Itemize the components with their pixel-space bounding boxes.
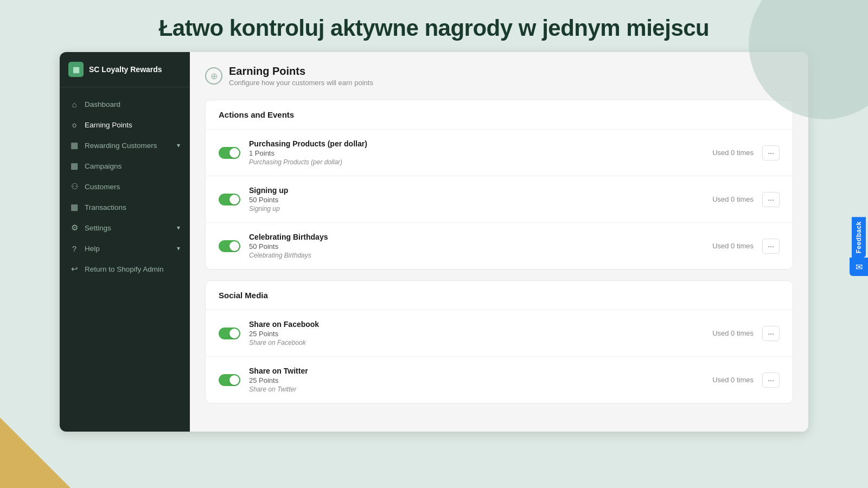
more-button-share-twitter[interactable]: ··· — [762, 373, 780, 388]
chevron-icon: ▾ — [177, 142, 180, 149]
sidebar-item-dashboard[interactable]: ⌂Dashboard — [60, 94, 190, 114]
sidebar-item-customers[interactable]: ⚇Customers — [60, 176, 190, 197]
used-count-share-facebook: Used 0 times — [712, 329, 754, 337]
used-count-purchasing-products: Used 0 times — [712, 149, 754, 157]
settings-icon: ⚙ — [69, 223, 79, 233]
sidebar-label-dashboard: Dashboard — [85, 100, 120, 108]
campaigns-icon: ▦ — [69, 161, 79, 171]
content-header: ⊕ Earning Points Configure how your cust… — [205, 65, 793, 87]
section-title-actions-events: Actions and Events — [206, 100, 793, 130]
sidebar-nav: ⌂Dashboard○Earning Points▦Rewarding Cust… — [60, 87, 190, 432]
dashboard-icon: ⌂ — [69, 99, 79, 109]
reward-name-share-facebook: Share on Facebook — [249, 320, 704, 329]
brand-name: SC Loyalty Rewards — [89, 65, 162, 74]
sidebar-item-help[interactable]: ?Help▾ — [60, 238, 190, 259]
sidebar-item-transactions[interactable]: ▦Transactions — [60, 197, 190, 217]
feedback-tab-wrapper: Feedback ✉ — [850, 217, 868, 276]
sidebar-label-help: Help — [85, 245, 100, 253]
sidebar: ▦ SC Loyalty Rewards ⌂Dashboard○Earning … — [60, 52, 190, 432]
reward-name-share-twitter: Share on Twitter — [249, 367, 704, 375]
more-button-share-facebook[interactable]: ··· — [762, 326, 780, 341]
toggle-purchasing-products[interactable] — [219, 147, 240, 159]
chevron-icon: ▾ — [177, 224, 180, 232]
feedback-button[interactable]: Feedback — [852, 217, 866, 258]
used-count-celebrating-birthdays: Used 0 times — [712, 242, 754, 250]
transactions-icon: ▦ — [69, 202, 79, 212]
reward-row-celebrating-birthdays: Celebrating Birthdays50 PointsCelebratin… — [206, 223, 793, 269]
help-icon: ? — [69, 243, 79, 253]
customers-icon: ⚇ — [69, 182, 79, 191]
used-count-share-twitter: Used 0 times — [712, 376, 754, 384]
earning-points-icon: ○ — [69, 120, 79, 130]
sidebar-label-earning-points: Earning Points — [85, 121, 132, 129]
sidebar-label-return-shopify: Return to Shopify Admin — [85, 265, 164, 273]
reward-points-signing-up: 50 Points — [249, 196, 704, 204]
toggle-share-facebook[interactable] — [219, 328, 240, 339]
rewarding-customers-icon: ▦ — [69, 140, 79, 150]
sections-container: Actions and EventsPurchasing Products (p… — [205, 100, 793, 403]
reward-desc-share-facebook: Share on Facebook — [249, 339, 704, 346]
reward-row-purchasing-products: Purchasing Products (per dollar)1 Points… — [206, 130, 793, 176]
sidebar-item-return-shopify[interactable]: ↩Return to Shopify Admin — [60, 259, 190, 279]
content-title: Earning Points — [229, 65, 373, 78]
sidebar-label-customers: Customers — [85, 183, 120, 191]
more-button-purchasing-products[interactable]: ··· — [762, 145, 780, 160]
reward-points-celebrating-birthdays: 50 Points — [249, 242, 704, 251]
chevron-icon: ▾ — [177, 245, 180, 252]
sidebar-item-rewarding-customers[interactable]: ▦Rewarding Customers▾ — [60, 135, 190, 156]
more-button-signing-up[interactable]: ··· — [762, 192, 780, 207]
sidebar-brand: ▦ SC Loyalty Rewards — [60, 52, 190, 87]
sidebar-label-campaigns: Campaigns — [85, 162, 122, 170]
sidebar-item-campaigns[interactable]: ▦Campaigns — [60, 156, 190, 176]
reward-row-signing-up: Signing up50 PointsSigning upUsed 0 time… — [206, 176, 793, 223]
sidebar-label-rewarding-customers: Rewarding Customers — [85, 142, 157, 150]
section-social-media: Social MediaShare on Facebook25 PointsSh… — [205, 280, 793, 403]
sidebar-item-earning-points[interactable]: ○Earning Points — [60, 114, 190, 135]
reward-desc-signing-up: Signing up — [249, 205, 704, 213]
more-button-celebrating-birthdays[interactable]: ··· — [762, 239, 780, 254]
section-actions-events: Actions and EventsPurchasing Products (p… — [205, 100, 793, 269]
sidebar-label-transactions: Transactions — [85, 203, 126, 211]
toggle-signing-up[interactable] — [219, 194, 240, 206]
reward-points-purchasing-products: 1 Points — [249, 149, 704, 157]
reward-name-celebrating-birthdays: Celebrating Birthdays — [249, 233, 704, 241]
sidebar-label-settings: Settings — [85, 224, 111, 232]
used-count-signing-up: Used 0 times — [712, 195, 754, 203]
reward-points-share-facebook: 25 Points — [249, 330, 704, 338]
section-title-social-media: Social Media — [206, 281, 793, 310]
reward-points-share-twitter: 25 Points — [249, 376, 704, 384]
reward-row-share-facebook: Share on Facebook25 PointsShare on Faceb… — [206, 310, 793, 357]
header-icon: ⊕ — [205, 67, 222, 85]
reward-name-signing-up: Signing up — [249, 186, 704, 195]
toggle-celebrating-birthdays[interactable] — [219, 240, 240, 252]
brand-icon: ▦ — [68, 62, 84, 77]
return-shopify-icon: ↩ — [69, 264, 79, 274]
main-content: ⊕ Earning Points Configure how your cust… — [190, 52, 808, 432]
reward-desc-purchasing-products: Purchasing Products (per dollar) — [249, 158, 704, 166]
reward-name-purchasing-products: Purchasing Products (per dollar) — [249, 139, 704, 148]
sidebar-item-settings[interactable]: ⚙Settings▾ — [60, 217, 190, 238]
toggle-share-twitter[interactable] — [219, 374, 240, 386]
reward-desc-celebrating-birthdays: Celebrating Birthdays — [249, 252, 704, 259]
decorative-triangle — [0, 418, 71, 488]
reward-row-share-twitter: Share on Twitter25 PointsShare on Twitte… — [206, 357, 793, 403]
page-heading: Łatwo kontroluj aktywne nagrody w jednym… — [0, 0, 868, 52]
reward-desc-share-twitter: Share on Twitter — [249, 386, 704, 393]
main-layout: ▦ SC Loyalty Rewards ⌂Dashboard○Earning … — [60, 52, 808, 432]
content-subtitle: Configure how your customers will earn p… — [229, 79, 373, 87]
feedback-icon: ✉ — [850, 258, 868, 276]
